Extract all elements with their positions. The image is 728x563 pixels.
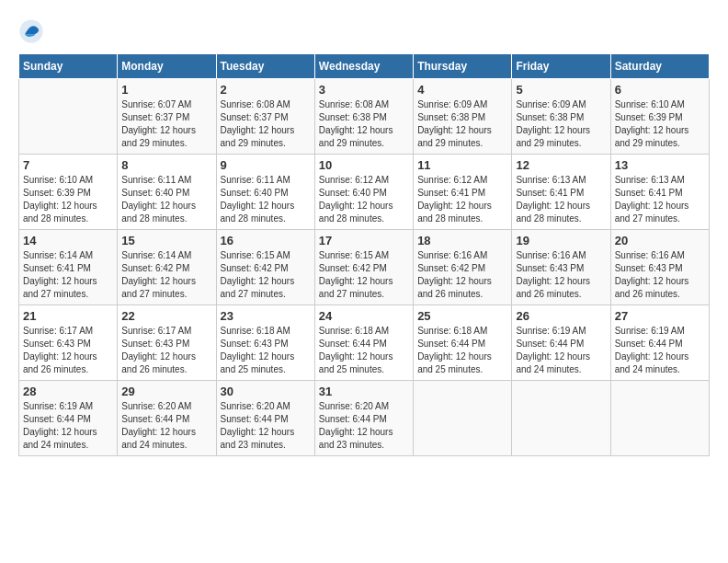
day-info: Sunrise: 6:14 AM Sunset: 6:42 PM Dayligh… bbox=[121, 249, 211, 301]
day-number: 9 bbox=[221, 158, 311, 172]
day-number: 5 bbox=[516, 83, 606, 97]
day-info: Sunrise: 6:19 AM Sunset: 6:44 PM Dayligh… bbox=[516, 325, 606, 376]
calendar-cell: 31Sunrise: 6:20 AM Sunset: 6:44 PM Dayli… bbox=[314, 381, 413, 456]
column-header-tuesday: Tuesday bbox=[216, 54, 314, 79]
day-number: 6 bbox=[615, 83, 705, 97]
calendar-cell: 8Sunrise: 6:11 AM Sunset: 6:40 PM Daylig… bbox=[118, 155, 216, 230]
calendar-cell: 4Sunrise: 6:09 AM Sunset: 6:38 PM Daylig… bbox=[414, 79, 512, 155]
calendar-cell bbox=[19, 79, 118, 155]
day-number: 23 bbox=[221, 309, 311, 323]
day-info: Sunrise: 6:12 AM Sunset: 6:41 PM Dayligh… bbox=[417, 174, 507, 225]
day-number: 27 bbox=[615, 309, 705, 323]
day-info: Sunrise: 6:15 AM Sunset: 6:42 PM Dayligh… bbox=[221, 249, 311, 301]
calendar-week-row: 1Sunrise: 6:07 AM Sunset: 6:37 PM Daylig… bbox=[19, 79, 710, 155]
calendar-cell: 29Sunrise: 6:20 AM Sunset: 6:44 PM Dayli… bbox=[118, 381, 216, 456]
day-info: Sunrise: 6:07 AM Sunset: 6:37 PM Dayligh… bbox=[121, 98, 211, 150]
calendar-cell bbox=[610, 381, 709, 456]
day-info: Sunrise: 6:20 AM Sunset: 6:44 PM Dayligh… bbox=[121, 400, 211, 452]
day-number: 15 bbox=[121, 234, 211, 247]
column-header-friday: Friday bbox=[512, 54, 610, 79]
calendar-cell: 24Sunrise: 6:18 AM Sunset: 6:44 PM Dayli… bbox=[314, 305, 413, 381]
day-info: Sunrise: 6:17 AM Sunset: 6:43 PM Dayligh… bbox=[121, 325, 211, 376]
calendar-week-row: 28Sunrise: 6:19 AM Sunset: 6:44 PM Dayli… bbox=[19, 381, 710, 456]
day-number: 8 bbox=[121, 158, 211, 172]
calendar-cell: 23Sunrise: 6:18 AM Sunset: 6:43 PM Dayli… bbox=[216, 305, 314, 381]
day-info: Sunrise: 6:13 AM Sunset: 6:41 PM Dayligh… bbox=[615, 174, 705, 225]
calendar-cell: 16Sunrise: 6:15 AM Sunset: 6:42 PM Dayli… bbox=[216, 230, 314, 305]
day-info: Sunrise: 6:16 AM Sunset: 6:43 PM Dayligh… bbox=[516, 249, 606, 301]
day-number: 2 bbox=[221, 83, 311, 97]
day-number: 19 bbox=[516, 234, 606, 247]
day-info: Sunrise: 6:11 AM Sunset: 6:40 PM Dayligh… bbox=[121, 174, 211, 225]
day-number: 1 bbox=[121, 83, 211, 97]
day-info: Sunrise: 6:14 AM Sunset: 6:41 PM Dayligh… bbox=[23, 249, 113, 301]
day-number: 12 bbox=[516, 158, 606, 172]
day-info: Sunrise: 6:09 AM Sunset: 6:38 PM Dayligh… bbox=[516, 98, 606, 150]
calendar-week-row: 14Sunrise: 6:14 AM Sunset: 6:41 PM Dayli… bbox=[19, 230, 710, 305]
column-header-sunday: Sunday bbox=[19, 54, 118, 79]
day-info: Sunrise: 6:20 AM Sunset: 6:44 PM Dayligh… bbox=[319, 400, 409, 452]
day-number: 22 bbox=[121, 309, 211, 323]
page-header bbox=[18, 18, 710, 44]
calendar-cell: 22Sunrise: 6:17 AM Sunset: 6:43 PM Dayli… bbox=[118, 305, 216, 381]
day-number: 17 bbox=[319, 234, 409, 247]
day-number: 28 bbox=[23, 385, 113, 398]
day-info: Sunrise: 6:10 AM Sunset: 6:39 PM Dayligh… bbox=[23, 174, 113, 225]
calendar-cell: 27Sunrise: 6:19 AM Sunset: 6:44 PM Dayli… bbox=[610, 305, 709, 381]
day-info: Sunrise: 6:12 AM Sunset: 6:40 PM Dayligh… bbox=[319, 174, 409, 225]
calendar-cell: 5Sunrise: 6:09 AM Sunset: 6:38 PM Daylig… bbox=[512, 79, 610, 155]
day-number: 29 bbox=[121, 385, 211, 398]
calendar-cell: 6Sunrise: 6:10 AM Sunset: 6:39 PM Daylig… bbox=[610, 79, 709, 155]
logo bbox=[18, 18, 48, 44]
day-info: Sunrise: 6:16 AM Sunset: 6:43 PM Dayligh… bbox=[615, 249, 705, 301]
day-number: 30 bbox=[221, 385, 311, 398]
calendar-cell: 17Sunrise: 6:15 AM Sunset: 6:42 PM Dayli… bbox=[314, 230, 413, 305]
column-header-wednesday: Wednesday bbox=[314, 54, 413, 79]
day-info: Sunrise: 6:18 AM Sunset: 6:43 PM Dayligh… bbox=[221, 325, 311, 376]
day-number: 7 bbox=[23, 158, 113, 172]
column-header-monday: Monday bbox=[118, 54, 216, 79]
calendar-cell: 30Sunrise: 6:20 AM Sunset: 6:44 PM Dayli… bbox=[216, 381, 314, 456]
logo-icon bbox=[18, 18, 44, 44]
day-info: Sunrise: 6:13 AM Sunset: 6:41 PM Dayligh… bbox=[516, 174, 606, 225]
column-header-thursday: Thursday bbox=[414, 54, 512, 79]
day-number: 11 bbox=[417, 158, 507, 172]
day-number: 18 bbox=[417, 234, 507, 247]
calendar-cell: 14Sunrise: 6:14 AM Sunset: 6:41 PM Dayli… bbox=[19, 230, 118, 305]
day-number: 20 bbox=[615, 234, 705, 247]
day-info: Sunrise: 6:19 AM Sunset: 6:44 PM Dayligh… bbox=[23, 400, 113, 452]
day-number: 31 bbox=[319, 385, 409, 398]
day-info: Sunrise: 6:11 AM Sunset: 6:40 PM Dayligh… bbox=[221, 174, 311, 225]
day-number: 10 bbox=[319, 158, 409, 172]
calendar-cell: 20Sunrise: 6:16 AM Sunset: 6:43 PM Dayli… bbox=[610, 230, 709, 305]
calendar-cell: 28Sunrise: 6:19 AM Sunset: 6:44 PM Dayli… bbox=[19, 381, 118, 456]
calendar-cell: 13Sunrise: 6:13 AM Sunset: 6:41 PM Dayli… bbox=[610, 155, 709, 230]
day-number: 14 bbox=[23, 234, 113, 247]
day-info: Sunrise: 6:15 AM Sunset: 6:42 PM Dayligh… bbox=[319, 249, 409, 301]
day-info: Sunrise: 6:18 AM Sunset: 6:44 PM Dayligh… bbox=[417, 325, 507, 376]
day-info: Sunrise: 6:17 AM Sunset: 6:43 PM Dayligh… bbox=[23, 325, 113, 376]
calendar-cell: 12Sunrise: 6:13 AM Sunset: 6:41 PM Dayli… bbox=[512, 155, 610, 230]
calendar-cell: 10Sunrise: 6:12 AM Sunset: 6:40 PM Dayli… bbox=[314, 155, 413, 230]
calendar-cell: 18Sunrise: 6:16 AM Sunset: 6:42 PM Dayli… bbox=[414, 230, 512, 305]
day-info: Sunrise: 6:20 AM Sunset: 6:44 PM Dayligh… bbox=[221, 400, 311, 452]
day-number: 3 bbox=[319, 83, 409, 97]
calendar-cell: 7Sunrise: 6:10 AM Sunset: 6:39 PM Daylig… bbox=[19, 155, 118, 230]
calendar-cell: 3Sunrise: 6:08 AM Sunset: 6:38 PM Daylig… bbox=[314, 79, 413, 155]
calendar-week-row: 21Sunrise: 6:17 AM Sunset: 6:43 PM Dayli… bbox=[19, 305, 710, 381]
day-info: Sunrise: 6:08 AM Sunset: 6:38 PM Dayligh… bbox=[319, 98, 409, 150]
calendar-cell: 26Sunrise: 6:19 AM Sunset: 6:44 PM Dayli… bbox=[512, 305, 610, 381]
day-number: 25 bbox=[417, 309, 507, 323]
day-info: Sunrise: 6:18 AM Sunset: 6:44 PM Dayligh… bbox=[319, 325, 409, 376]
day-info: Sunrise: 6:08 AM Sunset: 6:37 PM Dayligh… bbox=[221, 98, 311, 150]
day-info: Sunrise: 6:19 AM Sunset: 6:44 PM Dayligh… bbox=[615, 325, 705, 376]
day-number: 16 bbox=[221, 234, 311, 247]
day-number: 21 bbox=[23, 309, 113, 323]
calendar-cell: 11Sunrise: 6:12 AM Sunset: 6:41 PM Dayli… bbox=[414, 155, 512, 230]
calendar-cell: 9Sunrise: 6:11 AM Sunset: 6:40 PM Daylig… bbox=[216, 155, 314, 230]
calendar-cell: 15Sunrise: 6:14 AM Sunset: 6:42 PM Dayli… bbox=[118, 230, 216, 305]
day-number: 4 bbox=[417, 83, 507, 97]
calendar-cell: 25Sunrise: 6:18 AM Sunset: 6:44 PM Dayli… bbox=[414, 305, 512, 381]
calendar-cell: 1Sunrise: 6:07 AM Sunset: 6:37 PM Daylig… bbox=[118, 79, 216, 155]
calendar-cell bbox=[512, 381, 610, 456]
